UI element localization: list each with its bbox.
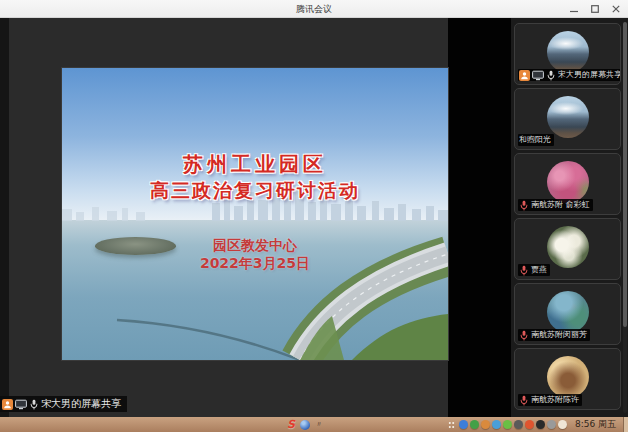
participant-tile[interactable]: 和煦阳光 bbox=[514, 88, 621, 150]
minimize-icon bbox=[570, 5, 578, 13]
window-title: 腾讯会议 bbox=[0, 0, 628, 18]
stage-letterbox bbox=[448, 18, 511, 417]
participant-name: 南航苏附闵丽芳 bbox=[531, 329, 587, 341]
tencent-meeting-window: 腾讯会议 bbox=[0, 0, 628, 432]
slide-subtitle-line1: 园区教发中心 bbox=[62, 237, 448, 255]
close-icon bbox=[612, 5, 620, 13]
clock-time: 8:56 bbox=[575, 419, 595, 429]
mic-muted-icon bbox=[519, 330, 529, 341]
participant-avatar bbox=[547, 31, 589, 73]
presentation-slide: 苏州工业园区 高三政治复习研讨活动 园区教发中心 2022年3月25日 bbox=[62, 68, 448, 360]
participant-label: 贾燕 bbox=[518, 264, 550, 276]
presenter-badge-icon bbox=[2, 399, 13, 410]
participants-panel: 宋大男的屏幕共享和煦阳光南航苏附 俞彩虹贾燕南航苏附闵丽芳南航苏附陈许 bbox=[511, 18, 628, 417]
participant-avatar bbox=[547, 291, 589, 333]
slide-subtitle-line2: 2022年3月25日 bbox=[62, 255, 448, 273]
participant-name: 南航苏附 俞彩虹 bbox=[531, 199, 590, 211]
mic-icon bbox=[546, 70, 556, 81]
window-controls bbox=[563, 0, 626, 18]
share-label-text: 宋大男的屏幕共享 bbox=[41, 397, 121, 411]
tray-volume-icon[interactable] bbox=[558, 420, 567, 429]
slide-title-line2: 高三政治复习研讨活动 bbox=[62, 178, 448, 204]
taskbar-right: 8:56 周五 bbox=[448, 417, 628, 432]
tray-dark-app-icon[interactable] bbox=[514, 420, 523, 429]
participant-avatar bbox=[547, 161, 589, 203]
tray-qq-icon[interactable] bbox=[492, 420, 501, 429]
tray-gray-app-icon[interactable] bbox=[547, 420, 556, 429]
participant-label: 和煦阳光 bbox=[518, 134, 554, 146]
hidden-icons-grip[interactable] bbox=[448, 421, 455, 429]
tray-leaf-app-icon[interactable] bbox=[503, 420, 512, 429]
meeting-body: 苏州工业园区 高三政治复习研讨活动 园区教发中心 2022年3月25日 宋大男的… bbox=[0, 18, 628, 417]
mic-muted-icon bbox=[519, 395, 529, 406]
mic-muted-icon bbox=[519, 265, 529, 276]
share-label-icons bbox=[2, 399, 39, 410]
scrollbar-thumb[interactable] bbox=[623, 22, 627, 327]
screen-share-icon bbox=[532, 70, 544, 81]
participant-name: 南航苏附陈许 bbox=[531, 394, 579, 406]
ime-mode-icon[interactable]: 〃 bbox=[315, 417, 323, 432]
mic-muted-icon bbox=[519, 200, 529, 211]
screen-share-stage[interactable]: 苏州工业园区 高三政治复习研讨活动 园区教发中心 2022年3月25日 宋大男的… bbox=[0, 18, 511, 417]
participants-scrollbar[interactable] bbox=[623, 22, 627, 413]
participant-avatar bbox=[547, 96, 589, 138]
tray-alert-app-icon[interactable] bbox=[525, 420, 534, 429]
participant-label: 南航苏附闵丽芳 bbox=[518, 329, 590, 341]
participant-avatar bbox=[547, 226, 589, 268]
participant-label: 宋大男的屏幕共享 bbox=[518, 69, 621, 81]
participant-name: 和煦阳光 bbox=[519, 134, 551, 146]
slide-title: 苏州工业园区 高三政治复习研讨活动 bbox=[62, 151, 448, 204]
participant-tile[interactable]: 南航苏附闵丽芳 bbox=[514, 283, 621, 345]
slide-subtitle: 园区教发中心 2022年3月25日 bbox=[62, 237, 448, 272]
participant-name: 宋大男的屏幕共享 bbox=[558, 69, 621, 81]
participant-avatar bbox=[547, 356, 589, 398]
tray-phone-app-icon[interactable] bbox=[536, 420, 545, 429]
screen-share-label: 宋大男的屏幕共享 bbox=[0, 396, 127, 412]
mic-icon bbox=[29, 399, 39, 410]
maximize-icon bbox=[591, 5, 599, 13]
stage-left-strip bbox=[0, 18, 9, 417]
taskbar-clock[interactable]: 8:56 周五 bbox=[575, 417, 616, 432]
participant-name: 贾燕 bbox=[531, 264, 547, 276]
taskbar: S 〃 8:56 周五 bbox=[0, 417, 628, 432]
system-tray bbox=[459, 420, 567, 429]
slide-cityscape-image bbox=[62, 68, 448, 360]
taskbar-ime-area: S 〃 bbox=[287, 417, 323, 432]
maximize-button[interactable] bbox=[584, 0, 605, 18]
participant-tile[interactable]: 宋大男的屏幕共享 bbox=[514, 23, 621, 85]
slide-title-line1: 苏州工业园区 bbox=[62, 151, 448, 178]
participant-label: 南航苏附 俞彩虹 bbox=[518, 199, 593, 211]
tray-contact-app-icon[interactable] bbox=[481, 420, 490, 429]
participant-tile[interactable]: 贾燕 bbox=[514, 218, 621, 280]
sogou-input-icon[interactable]: S bbox=[287, 417, 295, 432]
minimize-button[interactable] bbox=[563, 0, 584, 18]
presenter-badge-icon bbox=[519, 70, 530, 81]
show-desktop-button[interactable] bbox=[623, 417, 628, 432]
titlebar: 腾讯会议 bbox=[0, 0, 628, 18]
participant-tile[interactable]: 南航苏附 俞彩虹 bbox=[514, 153, 621, 215]
browser-icon[interactable] bbox=[300, 420, 310, 430]
participant-label: 南航苏附陈许 bbox=[518, 394, 582, 406]
close-button[interactable] bbox=[605, 0, 626, 18]
tray-green-app-icon[interactable] bbox=[470, 420, 479, 429]
screen-share-icon bbox=[15, 399, 27, 410]
clock-day: 周五 bbox=[598, 419, 616, 429]
tray-wechat-icon[interactable] bbox=[459, 420, 468, 429]
participant-list: 宋大男的屏幕共享和煦阳光南航苏附 俞彩虹贾燕南航苏附闵丽芳南航苏附陈许 bbox=[514, 23, 621, 410]
participant-tile[interactable]: 南航苏附陈许 bbox=[514, 348, 621, 410]
